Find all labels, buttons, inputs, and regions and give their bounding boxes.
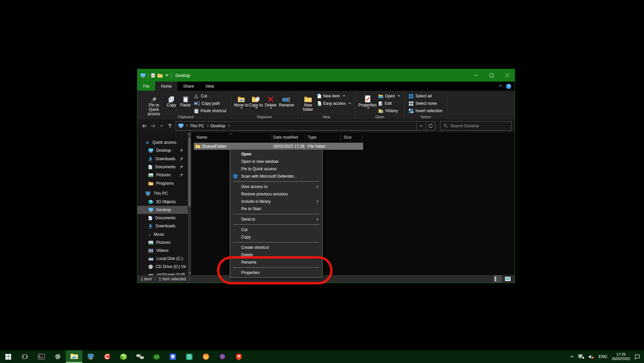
settings-button[interactable] [49,350,66,363]
edit-button[interactable]: Edit [377,100,401,107]
menu-item-include-in-library[interactable]: Include in library [230,198,322,205]
this-pc-button[interactable] [82,350,99,363]
tab-view[interactable]: View [200,82,220,91]
scroll-down-icon[interactable] [188,271,191,274]
task-view-button[interactable] [16,350,33,363]
bitwarden-button[interactable] [165,350,181,363]
sidebar-item-downloads-qa[interactable]: Downloads [137,155,188,163]
tab-file[interactable]: File [137,82,155,91]
menu-item-restore-previous-versions[interactable]: Restore previous versions [230,190,322,198]
sidebar-item-music[interactable]: ♪ Music [137,230,188,238]
menu-item-copy[interactable]: Copy [230,233,322,241]
copy-to-button[interactable]: Copy to [249,91,263,109]
address-field[interactable]: This PC Desktop [176,121,417,131]
brave-button[interactable] [230,350,247,363]
file-explorer-button[interactable] [66,350,82,363]
properties-check-icon[interactable] [151,73,155,78]
sidebar-item-this-pc[interactable]: This PC [137,189,188,197]
column-divider[interactable] [271,134,271,141]
virtualbox-button[interactable] [115,350,132,363]
invert-selection-button[interactable]: Invert selection [407,107,444,115]
hidden-icons-chevron[interactable] [570,356,574,358]
menu-item-properties[interactable]: Properties [230,269,322,276]
copy-button[interactable]: Copy [164,91,178,107]
sidebar-item-quick-access[interactable]: ★ Quick access [137,138,188,146]
thumbnail-view-button[interactable] [504,276,511,282]
start-button[interactable] [0,350,16,363]
cut-button[interactable]: Cut [192,92,228,100]
collapse-ribbon-icon[interactable] [499,85,502,88]
sidebar-item-programs[interactable]: Programs [137,179,188,187]
address-dropdown-button[interactable] [417,121,426,131]
breadcrumb-this-pc[interactable]: This PC [190,124,204,128]
forward-button[interactable] [149,122,157,130]
sidebar-item-pictures[interactable]: Pictures [137,238,188,246]
search-box[interactable] [440,121,512,131]
sidebar-item-local-disk-c[interactable]: Local Disk (C:) [137,255,188,263]
search-input[interactable] [450,124,508,128]
command-prompt-button[interactable] [33,350,49,363]
paste-shortcut-button[interactable]: Paste shortcut [192,107,228,115]
new-folder-button[interactable]: New folder [301,91,315,112]
refresh-button[interactable] [426,121,435,131]
sidebar-item-desktop[interactable]: Desktop [137,206,188,214]
select-none-button[interactable]: Select none [407,100,444,107]
sidebar-scrollbar[interactable] [188,132,191,275]
copy-path-button[interactable]: Copy path [192,100,228,107]
sidebar-item-downloads[interactable]: Downloads [137,222,188,230]
breadcrumb-chevron-icon[interactable] [227,125,230,127]
new-item-button[interactable]: New item [315,92,352,100]
back-button[interactable] [140,122,149,130]
new-folder-qat-icon[interactable] [158,74,163,78]
move-to-button[interactable]: Move to [234,91,249,109]
file-row-sharedfolder[interactable]: SharedFolder 26/02/2022 17:26 File folde… [194,143,363,150]
ccleaner-button[interactable] [99,350,115,363]
tor-browser-button[interactable] [214,350,230,363]
menu-item-create-shortcut[interactable]: Create shortcut [230,244,322,251]
menu-item-pin-to-start[interactable]: Pin to Start [230,205,322,213]
tab-share[interactable]: Share [177,82,200,91]
paste-button[interactable]: Paste [178,91,192,107]
scroll-up-icon[interactable] [188,134,191,136]
sidebar-item-desktop-qa[interactable]: Desktop [137,146,188,154]
sync-app-button[interactable] [181,350,198,363]
menu-item-pin-to-quick-access[interactable]: Pin to Quick access [230,165,322,173]
breadcrumb-desktop[interactable]: Desktop [211,124,225,128]
maximize-button[interactable] [484,69,499,82]
breadcrumb-chevron-icon[interactable] [206,125,209,127]
menu-item-delete[interactable]: Delete [230,251,322,259]
details-view-button[interactable] [494,276,501,282]
menu-item-rename[interactable]: Rename [230,259,322,266]
network-icon[interactable] [578,354,584,359]
column-divider[interactable] [362,134,362,141]
action-center-icon[interactable] [635,354,640,359]
customize-toolbar-icon[interactable] [165,74,168,77]
select-all-button[interactable]: Select all [407,92,444,100]
remote-desktop-button[interactable] [132,350,148,363]
volume-muted-icon[interactable] [589,355,594,359]
rename-button[interactable]: Rename [278,91,295,107]
menu-item-cut[interactable]: Cut [230,226,322,233]
help-icon[interactable]: ? [506,84,511,89]
properties-button[interactable]: Properties [358,91,377,109]
scrollbar-thumb[interactable] [188,138,191,207]
menu-item-scan-with-defender[interactable]: Scan with Microsoft Defender... [230,173,322,180]
sidebar-item-pictures-qa[interactable]: Pictures [137,171,188,179]
column-header-name[interactable]: Name [197,132,207,142]
column-header-size[interactable]: Size [344,132,351,142]
menu-item-send-to[interactable]: Send to [230,216,322,223]
menu-item-give-access-to[interactable]: Give access to [230,183,322,190]
close-button[interactable] [499,69,515,82]
history-button[interactable]: History [377,107,401,115]
pin-to-quick-access-button[interactable]: Pin to Quick access [143,91,164,116]
firefox-button[interactable] [198,350,214,363]
sidebar-item-cd-drive-d[interactable]: CD Drive (D:) Vir [137,263,188,271]
sidebar-item-3d-objects[interactable]: 3D Objects [137,198,188,206]
sidebar-item-documents-qa[interactable]: Documents [137,163,188,171]
column-divider[interactable] [341,134,341,141]
column-header-type[interactable]: Type [308,132,316,142]
taskbar-clock[interactable]: 17:29 26/02/2022 [612,352,630,361]
menu-item-open[interactable]: Open [230,150,322,158]
easy-access-button[interactable]: Easy access [315,100,352,107]
up-button[interactable] [166,122,174,130]
